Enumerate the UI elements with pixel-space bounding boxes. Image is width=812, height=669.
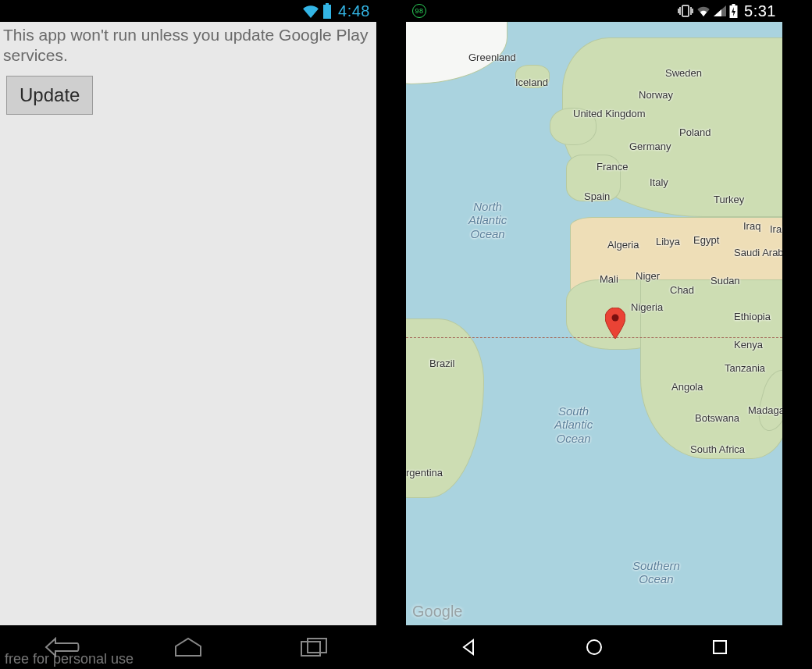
label-italy: Italy [650, 176, 668, 188]
svg-rect-5 [732, 4, 735, 5]
label-libya: Libya [656, 236, 680, 247]
label-iceland: Iceland [515, 77, 548, 88]
status-time-left: 4:48 [335, 2, 370, 20]
app-body-left: This app won't run unless you update Goo… [0, 22, 376, 625]
label-kenya: Kenya [734, 339, 763, 351]
label-angola: Angola [671, 381, 703, 393]
back-button[interactable] [41, 632, 84, 663]
label-turkey: Turkey [714, 194, 744, 205]
svg-rect-1 [323, 5, 331, 19]
label-iraq: Iraq [743, 220, 760, 232]
update-button[interactable]: Update [6, 76, 93, 115]
label-southern-ocean: SouthernOcean [632, 559, 680, 586]
label-mali: Mali [600, 273, 618, 285]
label-argentina: rgentina [406, 467, 443, 479]
label-chad: Chad [670, 284, 694, 296]
wifi-icon [302, 4, 319, 18]
label-france: France [597, 161, 628, 173]
phone-left: 4:48 This app won't run unless you updat… [0, 0, 376, 669]
nav-bar-left: free for personal use [0, 625, 376, 669]
svg-rect-9 [714, 641, 726, 653]
back-button[interactable] [447, 632, 490, 663]
label-sweden: Sweden [665, 67, 702, 79]
status-bar-right: 98 5:31 [406, 0, 782, 22]
cell-signal-icon [714, 5, 726, 16]
label-niger: Niger [636, 270, 660, 282]
badge-icon: 98 [412, 4, 426, 18]
battery-charging-icon [729, 4, 738, 18]
status-bar-left: 4:48 [0, 0, 376, 22]
map-attribution: Google [412, 603, 463, 621]
label-ethiopia: Ethiopia [734, 311, 771, 322]
label-norway: Norway [639, 89, 673, 101]
label-south-atlantic: SouthAtlanticOcean [554, 404, 593, 445]
label-poland: Poland [679, 126, 710, 138]
map-viewport[interactable]: Greenland Iceland Sweden Norway United K… [406, 22, 782, 625]
recent-apps-button[interactable] [292, 632, 336, 663]
label-brazil: Brazil [429, 358, 455, 369]
equator-line [406, 337, 782, 338]
phone-right: 98 5:31 [376, 0, 812, 669]
label-egypt: Egypt [693, 234, 719, 246]
battery-icon [322, 3, 332, 19]
svg-rect-3 [308, 639, 326, 653]
label-botswana: Botswana [695, 412, 739, 424]
label-germany: Germany [629, 141, 671, 152]
vibrate-icon [678, 5, 693, 17]
label-algeria: Algeria [607, 239, 639, 251]
label-north-atlantic: NorthAtlanticOcean [468, 200, 507, 240]
svg-rect-0 [326, 3, 329, 5]
label-south-africa: South Africa [690, 443, 745, 455]
label-nigeria: Nigeria [631, 301, 663, 313]
nav-bar-right [406, 625, 782, 669]
label-sudan: Sudan [710, 275, 740, 286]
svg-point-8 [587, 640, 601, 654]
home-button[interactable] [166, 632, 210, 663]
home-button[interactable] [572, 632, 616, 663]
label-spain: Spain [584, 190, 610, 202]
svg-point-7 [612, 315, 619, 322]
recent-apps-button[interactable] [698, 632, 742, 663]
map-marker-icon[interactable] [605, 308, 625, 339]
label-tanzania: Tanzania [725, 362, 765, 374]
play-services-message: This app won't run unless you update Goo… [0, 22, 376, 71]
label-uk: United Kingdom [573, 108, 646, 119]
svg-rect-4 [682, 5, 689, 16]
label-iran: Iran [770, 223, 782, 235]
label-madagascar: Madagascar [748, 404, 782, 416]
label-greenland: Greenland [468, 52, 516, 63]
svg-rect-2 [301, 642, 320, 656]
label-saudi: Saudi Arabia [734, 247, 782, 258]
wifi-icon [696, 5, 710, 16]
status-time-right: 5:31 [741, 2, 776, 20]
